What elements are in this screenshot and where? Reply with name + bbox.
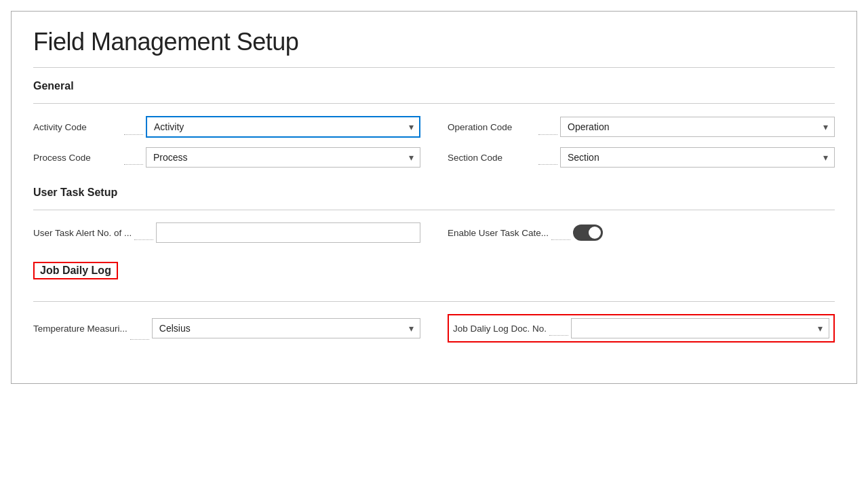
job-daily-log-section: Job Daily Log Temperature Measuri... Cel… [33, 262, 835, 343]
temperature-measuring-row: Temperature Measuri... Celsius Fahrenhei… [33, 314, 420, 343]
enable-user-task-dots [551, 239, 570, 240]
activity-code-select-wrapper: Activity Operation Process Section [146, 116, 420, 138]
process-code-row: Process Code Process Activity Operation … [33, 147, 420, 168]
user-task-setup-section: User Task Setup User Task Alert No. of .… [33, 187, 835, 243]
enable-user-task-label: Enable User Task Cate... [448, 228, 549, 238]
general-section-title: General [33, 80, 835, 92]
activity-code-select[interactable]: Activity Operation Process Section [146, 116, 420, 138]
page-container: Field Management Setup General Activity … [11, 11, 857, 384]
temperature-measuring-label: Temperature Measuri... [33, 324, 127, 334]
toggle-slider [573, 225, 603, 241]
section-code-row: Section Code Section Activity Operation … [448, 147, 835, 168]
temperature-select[interactable]: Celsius Fahrenheit [152, 318, 420, 338]
general-divider [33, 67, 835, 68]
operation-code-select-wrapper: Operation Activity Process Section [560, 117, 835, 137]
section-code-control: Section Activity Operation Process [560, 147, 835, 168]
activity-code-label: Activity Code [33, 122, 121, 132]
activity-code-dots [124, 134, 143, 135]
enable-user-task-toggle[interactable] [573, 225, 603, 241]
activity-code-control: Activity Operation Process Section [146, 116, 420, 138]
user-task-alert-row: User Task Alert No. of ... [33, 222, 420, 243]
user-task-form-grid: User Task Alert No. of ... Enable User T… [33, 222, 835, 243]
user-task-setup-title: User Task Setup [33, 187, 835, 199]
temperature-dots [130, 339, 149, 340]
process-code-control: Process Activity Operation Section [146, 147, 420, 168]
job-daily-log-doc-select[interactable] [571, 318, 829, 338]
section-code-dots [538, 164, 557, 165]
operation-code-dots [538, 134, 557, 135]
job-daily-log-doc-label: Job Daliy Log Doc. No. [453, 324, 547, 334]
user-task-divider [33, 210, 835, 210]
process-code-select[interactable]: Process Activity Operation Section [146, 147, 420, 168]
section-code-select[interactable]: Section Activity Operation Process [560, 147, 835, 168]
temperature-select-wrapper: Celsius Fahrenheit [152, 318, 420, 338]
section-code-select-wrapper: Section Activity Operation Process [560, 147, 835, 168]
temperature-measuring-control: Celsius Fahrenheit [152, 318, 420, 338]
operation-code-select[interactable]: Operation Activity Process Section [560, 117, 835, 137]
enable-user-task-control [573, 225, 835, 241]
page-title: Field Management Setup [33, 28, 835, 56]
user-task-alert-control [156, 222, 420, 243]
process-code-label: Process Code [33, 153, 121, 163]
operation-code-row: Operation Code Operation Activity Proces… [448, 116, 835, 138]
enable-user-task-row: Enable User Task Cate... [448, 222, 835, 243]
operation-code-control: Operation Activity Process Section [560, 117, 835, 137]
activity-code-row: Activity Code Activity Operation Process… [33, 116, 420, 138]
section-code-label: Section Code [448, 153, 536, 163]
job-daily-log-doc-select-wrapper [571, 318, 829, 338]
user-task-alert-input[interactable] [156, 222, 420, 243]
user-task-alert-dots [134, 239, 153, 240]
job-daily-log-doc-dots [549, 335, 568, 336]
job-daily-log-title: Job Daily Log [33, 262, 118, 279]
process-code-select-wrapper: Process Activity Operation Section [146, 147, 420, 168]
job-daily-log-form-grid: Temperature Measuri... Celsius Fahrenhei… [33, 314, 835, 343]
process-code-dots [124, 164, 143, 165]
operation-code-label: Operation Code [448, 122, 536, 132]
general-form-grid: Activity Code Activity Operation Process… [33, 116, 835, 168]
general-fields-divider [33, 103, 835, 104]
general-section: General Activity Code Activity Operation… [33, 80, 835, 168]
job-daily-log-doc-control [571, 318, 829, 338]
job-daily-log-doc-row: Job Daliy Log Doc. No. [448, 314, 835, 343]
job-daily-log-divider [33, 301, 835, 302]
user-task-alert-label: User Task Alert No. of ... [33, 228, 132, 238]
